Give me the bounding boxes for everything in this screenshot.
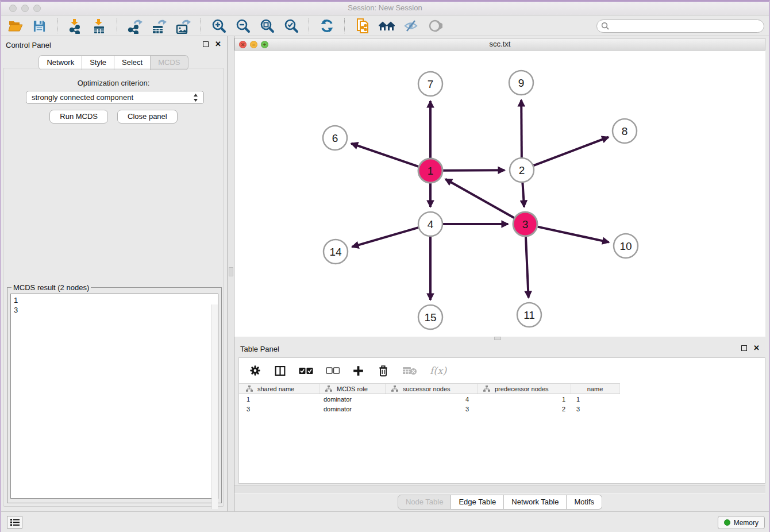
select-all-button[interactable] (299, 367, 313, 375)
trash-icon (377, 364, 390, 377)
gear-icon (249, 364, 261, 377)
delete-column-button[interactable] (377, 364, 390, 377)
graph-node-11[interactable]: 11 (517, 303, 541, 327)
zoom-in-button[interactable] (209, 18, 228, 34)
cell-predecessor-nodes[interactable]: 2 (478, 406, 571, 413)
network-canvas[interactable]: 7968124314101511 (234, 51, 765, 337)
cell-mcds-role[interactable]: dominator (319, 406, 386, 413)
clone-network-button[interactable] (353, 18, 372, 34)
show-all-button[interactable] (425, 18, 444, 34)
column-header-name[interactable]: name (571, 384, 619, 394)
graph-node-10[interactable]: 10 (614, 234, 638, 258)
refresh-network-button[interactable] (317, 18, 336, 34)
graph-edge-2-8[interactable] (534, 137, 609, 166)
close-panel-button[interactable]: Close panel (117, 110, 178, 124)
cell-mcds-role[interactable]: dominator (319, 396, 386, 403)
create-column-button[interactable] (352, 365, 364, 377)
graph-edge-3-11[interactable] (526, 237, 529, 298)
svg-text:6: 6 (332, 132, 338, 144)
traffic-lights (9, 5, 41, 12)
network-minimize-button[interactable] (250, 41, 257, 48)
show-column-button[interactable] (274, 365, 286, 377)
zoom-out-button[interactable] (233, 18, 252, 34)
search-input[interactable] (612, 22, 760, 30)
tab-node-table[interactable]: Node Table (398, 495, 452, 510)
close-panel-icon[interactable] (215, 41, 221, 47)
hierarchy-icon (483, 385, 490, 392)
svg-text:10: 10 (619, 240, 632, 252)
graph-node-7[interactable]: 7 (418, 72, 442, 96)
table-row[interactable]: 3 dominator 3 2 3 (239, 404, 765, 414)
svg-text:7: 7 (428, 78, 434, 90)
tab-motifs[interactable]: Motifs (567, 495, 602, 510)
graph-node-8[interactable]: 8 (613, 119, 637, 143)
import-network-button[interactable] (66, 18, 84, 34)
column-header-shared-name[interactable]: shared name (239, 384, 319, 394)
zoom-in-icon (211, 18, 226, 33)
table-settings-button[interactable] (249, 364, 261, 377)
first-neighbors-button[interactable] (377, 18, 396, 34)
zoom-fit-icon (260, 18, 275, 33)
tab-edge-table[interactable]: Edge Table (451, 495, 504, 510)
graph-edge-1-2[interactable] (443, 170, 505, 171)
cell-successor-nodes[interactable]: 4 (386, 396, 478, 403)
close-table-panel-icon[interactable] (753, 345, 760, 351)
graph-edge-2-9[interactable] (521, 100, 522, 157)
column-header-successor-nodes[interactable]: successor nodes (386, 384, 478, 394)
graph-edge-3-1[interactable] (445, 179, 514, 218)
save-session-button[interactable] (30, 18, 49, 34)
hide-selected-button[interactable] (401, 18, 420, 34)
divider-grip[interactable] (229, 267, 233, 276)
result-scrollbar[interactable] (211, 304, 218, 509)
export-image-button[interactable] (174, 18, 192, 34)
graph-node-15[interactable]: 15 (418, 305, 442, 329)
table-row[interactable]: 1 dominator 4 1 1 (239, 394, 765, 404)
export-network-button[interactable] (125, 18, 144, 34)
float-panel-icon[interactable] (203, 41, 209, 47)
graph-node-3[interactable]: 3 (513, 212, 537, 236)
graph-node-6[interactable]: 6 (323, 126, 347, 150)
zoom-fit-button[interactable] (257, 18, 276, 34)
graph-node-2[interactable]: 2 (510, 158, 534, 182)
hierarchy-icon (325, 385, 332, 392)
graph-edge-2-3[interactable] (522, 183, 524, 207)
open-session-button[interactable] (6, 18, 25, 34)
zoom-selected-button[interactable] (282, 18, 301, 34)
graph-edge-4-14[interactable] (352, 228, 418, 246)
delete-table-button[interactable] (402, 366, 417, 375)
float-table-panel-icon[interactable] (741, 345, 747, 351)
cell-successor-nodes[interactable]: 3 (386, 406, 478, 413)
cell-name[interactable]: 1 (571, 396, 619, 403)
graph-edge-1-6[interactable] (351, 144, 418, 167)
graph-node-14[interactable]: 14 (324, 240, 348, 264)
criterion-dropdown[interactable]: strongly connected component (26, 91, 204, 104)
column-header-predecessor-nodes[interactable]: predecessor nodes (478, 384, 571, 394)
tab-network-table[interactable]: Network Table (504, 495, 567, 510)
graph-edge-3-10[interactable] (537, 227, 609, 242)
panel-divider[interactable] (228, 36, 234, 511)
network-zoom-button[interactable] (261, 41, 268, 48)
export-table-button[interactable] (149, 18, 168, 34)
unchecked-boxes-icon (326, 367, 340, 374)
graph-node-1[interactable]: 1 (418, 159, 442, 183)
node-table-container: f(x) shared name MCDS role successor nod… (238, 357, 765, 484)
graph-node-4[interactable]: 4 (418, 212, 442, 236)
column-header-mcds-role[interactable]: MCDS role (319, 384, 386, 394)
cell-shared-name[interactable]: 1 (239, 396, 319, 403)
memory-button[interactable]: Memory (718, 516, 765, 529)
cell-name[interactable]: 3 (571, 406, 619, 413)
close-window-button[interactable] (9, 5, 17, 12)
apply-function-button[interactable]: f(x) (430, 365, 446, 376)
network-graph[interactable]: 7968124314101511 (234, 51, 765, 337)
minimize-window-button[interactable] (21, 5, 29, 12)
mcds-result-text[interactable]: 1 3 (10, 294, 218, 499)
zoom-window-button[interactable] (33, 5, 41, 12)
run-mcds-button[interactable]: Run MCDS (49, 110, 108, 124)
import-table-button[interactable] (90, 18, 109, 34)
graph-node-9[interactable]: 9 (509, 71, 533, 95)
cell-shared-name[interactable]: 3 (239, 406, 319, 413)
deselect-all-button[interactable] (326, 367, 340, 374)
task-history-button[interactable] (7, 516, 22, 529)
network-close-button[interactable] (239, 41, 247, 48)
cell-predecessor-nodes[interactable]: 1 (478, 396, 571, 403)
